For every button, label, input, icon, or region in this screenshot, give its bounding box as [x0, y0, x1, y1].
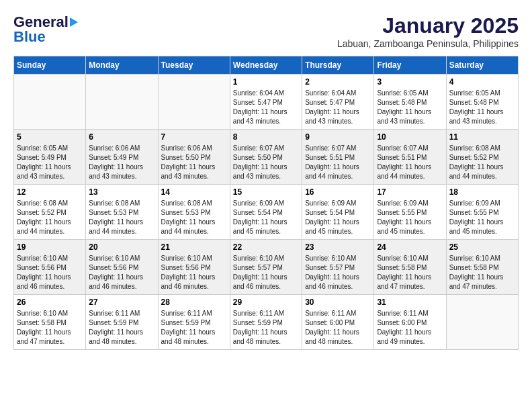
- calendar-day-cell: 15Sunrise: 6:09 AM Sunset: 5:54 PM Dayli…: [230, 185, 302, 240]
- day-info: Sunrise: 6:09 AM Sunset: 5:55 PM Dayligh…: [449, 199, 515, 236]
- day-number: 13: [89, 187, 154, 197]
- day-info: Sunrise: 6:11 AM Sunset: 6:00 PM Dayligh…: [377, 309, 443, 347]
- calendar-day-cell: 17Sunrise: 6:09 AM Sunset: 5:55 PM Dayli…: [374, 185, 446, 240]
- calendar-table: SundayMondayTuesdayWednesdayThursdayFrid…: [13, 56, 519, 350]
- calendar-day-cell: 12Sunrise: 6:08 AM Sunset: 5:52 PM Dayli…: [14, 185, 86, 240]
- calendar-day-cell: 26Sunrise: 6:10 AM Sunset: 5:58 PM Dayli…: [14, 295, 86, 350]
- calendar-day-cell: 21Sunrise: 6:10 AM Sunset: 5:56 PM Dayli…: [158, 240, 230, 295]
- day-header-sunday: Sunday: [14, 56, 86, 75]
- calendar-day-cell: 2Sunrise: 6:04 AM Sunset: 5:47 PM Daylig…: [302, 75, 374, 130]
- calendar-day-cell: 23Sunrise: 6:10 AM Sunset: 5:57 PM Dayli…: [302, 240, 374, 295]
- day-number: 12: [17, 187, 83, 197]
- calendar-day-cell: 13Sunrise: 6:08 AM Sunset: 5:53 PM Dayli…: [86, 185, 158, 240]
- day-info: Sunrise: 6:09 AM Sunset: 5:54 PM Dayligh…: [233, 199, 299, 236]
- calendar-day-cell: 28Sunrise: 6:11 AM Sunset: 5:59 PM Dayli…: [158, 295, 230, 350]
- day-info: Sunrise: 6:10 AM Sunset: 5:56 PM Dayligh…: [89, 254, 154, 291]
- day-number: 14: [161, 187, 227, 197]
- calendar-day-cell: 31Sunrise: 6:11 AM Sunset: 6:00 PM Dayli…: [374, 295, 446, 350]
- day-info: Sunrise: 6:05 AM Sunset: 5:48 PM Dayligh…: [449, 89, 515, 126]
- calendar-day-cell: 11Sunrise: 6:08 AM Sunset: 5:52 PM Dayli…: [446, 130, 518, 185]
- logo-blue: Blue: [13, 28, 46, 46]
- calendar-day-cell: [14, 75, 86, 130]
- day-number: 26: [17, 298, 83, 307]
- calendar-day-cell: 3Sunrise: 6:05 AM Sunset: 5:48 PM Daylig…: [374, 75, 446, 130]
- calendar-day-cell: 7Sunrise: 6:06 AM Sunset: 5:50 PM Daylig…: [158, 130, 230, 185]
- calendar-header-row: SundayMondayTuesdayWednesdayThursdayFrid…: [14, 56, 519, 75]
- day-info: Sunrise: 6:10 AM Sunset: 5:58 PM Dayligh…: [17, 309, 83, 347]
- calendar-week-row: 26Sunrise: 6:10 AM Sunset: 5:58 PM Dayli…: [14, 295, 519, 350]
- day-info: Sunrise: 6:10 AM Sunset: 5:58 PM Dayligh…: [377, 254, 443, 291]
- calendar-week-row: 19Sunrise: 6:10 AM Sunset: 5:56 PM Dayli…: [14, 240, 519, 295]
- day-number: 17: [377, 187, 443, 197]
- calendar-week-row: 1Sunrise: 6:04 AM Sunset: 5:47 PM Daylig…: [14, 75, 519, 130]
- day-info: Sunrise: 6:06 AM Sunset: 5:49 PM Dayligh…: [89, 144, 154, 181]
- calendar-day-cell: 27Sunrise: 6:11 AM Sunset: 5:59 PM Dayli…: [86, 295, 158, 350]
- day-number: 29: [233, 298, 299, 307]
- page-header: General Blue January 2025 Labuan, Zamboa…: [13, 13, 519, 49]
- day-info: Sunrise: 6:09 AM Sunset: 5:55 PM Dayligh…: [377, 199, 443, 236]
- day-number: 9: [305, 132, 371, 142]
- day-info: Sunrise: 6:04 AM Sunset: 5:47 PM Dayligh…: [233, 89, 299, 126]
- location: Labuan, Zamboanga Peninsula, Philippines: [337, 38, 519, 49]
- calendar-week-row: 12Sunrise: 6:08 AM Sunset: 5:52 PM Dayli…: [14, 185, 519, 240]
- title-block: January 2025 Labuan, Zamboanga Peninsula…: [337, 13, 519, 49]
- day-number: 25: [449, 242, 515, 252]
- day-number: 7: [161, 132, 227, 142]
- day-number: 15: [233, 187, 299, 197]
- calendar-day-cell: 5Sunrise: 6:05 AM Sunset: 5:49 PM Daylig…: [14, 130, 86, 185]
- day-info: Sunrise: 6:05 AM Sunset: 5:49 PM Dayligh…: [17, 144, 83, 181]
- calendar-day-cell: 14Sunrise: 6:08 AM Sunset: 5:53 PM Dayli…: [158, 185, 230, 240]
- calendar-day-cell: 20Sunrise: 6:10 AM Sunset: 5:56 PM Dayli…: [86, 240, 158, 295]
- day-header-wednesday: Wednesday: [230, 56, 302, 75]
- calendar-day-cell: 16Sunrise: 6:09 AM Sunset: 5:54 PM Dayli…: [302, 185, 374, 240]
- day-number: 10: [377, 132, 443, 142]
- day-number: 8: [233, 132, 299, 142]
- day-info: Sunrise: 6:04 AM Sunset: 5:47 PM Dayligh…: [305, 89, 371, 126]
- day-info: Sunrise: 6:08 AM Sunset: 5:52 PM Dayligh…: [449, 144, 515, 181]
- day-number: 18: [449, 187, 515, 197]
- day-header-thursday: Thursday: [302, 56, 374, 75]
- day-info: Sunrise: 6:06 AM Sunset: 5:50 PM Dayligh…: [161, 144, 227, 181]
- calendar-week-row: 5Sunrise: 6:05 AM Sunset: 5:49 PM Daylig…: [14, 130, 519, 185]
- day-header-friday: Friday: [374, 56, 446, 75]
- day-number: 4: [449, 77, 515, 87]
- calendar-day-cell: [86, 75, 158, 130]
- calendar-day-cell: 30Sunrise: 6:11 AM Sunset: 6:00 PM Dayli…: [302, 295, 374, 350]
- calendar-day-cell: 22Sunrise: 6:10 AM Sunset: 5:57 PM Dayli…: [230, 240, 302, 295]
- day-number: 20: [89, 242, 154, 252]
- calendar-day-cell: 29Sunrise: 6:11 AM Sunset: 5:59 PM Dayli…: [230, 295, 302, 350]
- calendar-day-cell: 24Sunrise: 6:10 AM Sunset: 5:58 PM Dayli…: [374, 240, 446, 295]
- month-title: January 2025: [337, 13, 519, 38]
- day-info: Sunrise: 6:07 AM Sunset: 5:50 PM Dayligh…: [233, 144, 299, 181]
- day-number: 31: [377, 298, 443, 307]
- logo: General Blue: [13, 13, 78, 46]
- day-number: 2: [305, 77, 371, 87]
- day-number: 22: [233, 242, 299, 252]
- day-info: Sunrise: 6:07 AM Sunset: 5:51 PM Dayligh…: [377, 144, 443, 181]
- day-info: Sunrise: 6:07 AM Sunset: 5:51 PM Dayligh…: [305, 144, 371, 181]
- day-info: Sunrise: 6:11 AM Sunset: 6:00 PM Dayligh…: [305, 309, 371, 347]
- day-info: Sunrise: 6:11 AM Sunset: 5:59 PM Dayligh…: [89, 309, 154, 347]
- day-number: 3: [377, 77, 443, 87]
- day-info: Sunrise: 6:10 AM Sunset: 5:56 PM Dayligh…: [17, 254, 83, 291]
- calendar-day-cell: 25Sunrise: 6:10 AM Sunset: 5:58 PM Dayli…: [446, 240, 518, 295]
- day-info: Sunrise: 6:10 AM Sunset: 5:57 PM Dayligh…: [233, 254, 299, 291]
- day-number: 21: [161, 242, 227, 252]
- day-info: Sunrise: 6:09 AM Sunset: 5:54 PM Dayligh…: [305, 199, 371, 236]
- calendar-day-cell: 19Sunrise: 6:10 AM Sunset: 5:56 PM Dayli…: [14, 240, 86, 295]
- day-number: 23: [305, 242, 371, 252]
- calendar-day-cell: 6Sunrise: 6:06 AM Sunset: 5:49 PM Daylig…: [86, 130, 158, 185]
- calendar-day-cell: 18Sunrise: 6:09 AM Sunset: 5:55 PM Dayli…: [446, 185, 518, 240]
- day-header-monday: Monday: [86, 56, 158, 75]
- day-info: Sunrise: 6:11 AM Sunset: 5:59 PM Dayligh…: [161, 309, 227, 347]
- calendar-day-cell: [158, 75, 230, 130]
- day-info: Sunrise: 6:10 AM Sunset: 5:58 PM Dayligh…: [449, 254, 515, 291]
- day-header-saturday: Saturday: [446, 56, 518, 75]
- day-number: 24: [377, 242, 443, 252]
- day-number: 28: [161, 298, 227, 307]
- calendar-day-cell: 1Sunrise: 6:04 AM Sunset: 5:47 PM Daylig…: [230, 75, 302, 130]
- day-info: Sunrise: 6:08 AM Sunset: 5:53 PM Dayligh…: [89, 199, 154, 236]
- calendar-day-cell: 10Sunrise: 6:07 AM Sunset: 5:51 PM Dayli…: [374, 130, 446, 185]
- calendar-day-cell: 9Sunrise: 6:07 AM Sunset: 5:51 PM Daylig…: [302, 130, 374, 185]
- calendar-day-cell: 4Sunrise: 6:05 AM Sunset: 5:48 PM Daylig…: [446, 75, 518, 130]
